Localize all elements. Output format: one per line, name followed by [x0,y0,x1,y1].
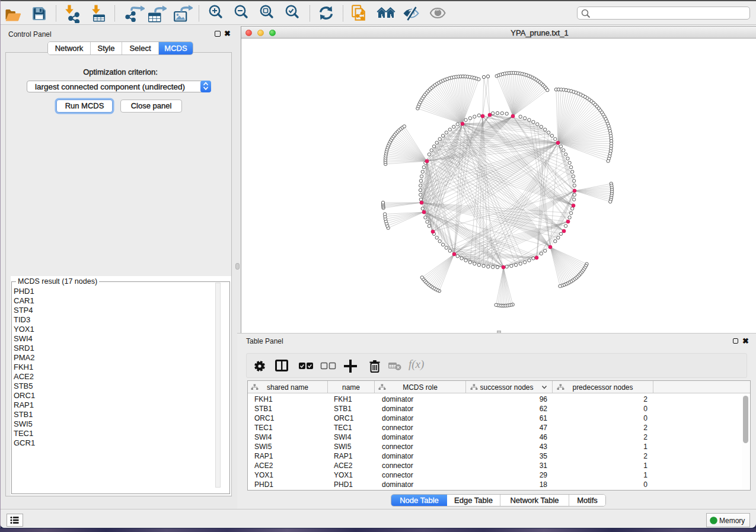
svg-text:f(x): f(x) [409,358,424,371]
